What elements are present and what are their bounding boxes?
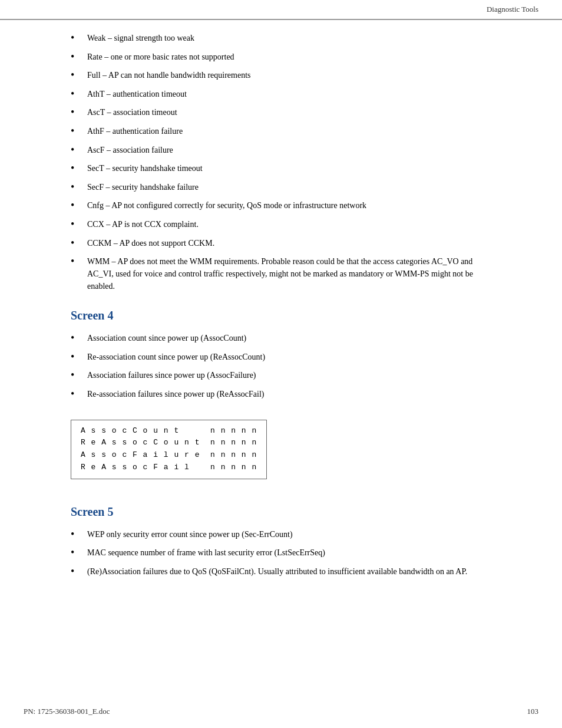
bullet-text: Re-association count since power up (ReA… bbox=[87, 351, 491, 363]
list-item: •Re-association failures since power up … bbox=[71, 388, 491, 401]
bullet-dot: • bbox=[71, 125, 82, 138]
list-item: •AthF – authentication failure bbox=[71, 125, 491, 138]
list-item: •Rate – one or more basic rates not supp… bbox=[71, 51, 491, 64]
screen4-bullet-list: •Association count since power up (Assoc… bbox=[71, 332, 491, 400]
bullet-text: Association count since power up (AssocC… bbox=[87, 332, 491, 344]
list-item: •AscT – association timeout bbox=[71, 106, 491, 119]
header-bar: Diagnostic Tools bbox=[0, 0, 562, 20]
bullet-text: Re-association failures since power up (… bbox=[87, 388, 491, 400]
bullet-dot: • bbox=[71, 199, 82, 212]
list-item: •AthT – authentication timeout bbox=[71, 88, 491, 101]
bullet-text: Association failures since power up (Ass… bbox=[87, 369, 491, 381]
bullet-dot: • bbox=[71, 218, 82, 231]
bullet-text: SecT – security handshake timeout bbox=[87, 162, 491, 174]
footer-left: PN: 1725-36038-001_E.doc bbox=[24, 707, 110, 716]
bullet-dot: • bbox=[71, 528, 82, 541]
list-item: •WMM – AP does not meet the WMM requirem… bbox=[71, 255, 491, 292]
bullet-dot: • bbox=[71, 144, 82, 157]
bullet-dot: • bbox=[71, 69, 82, 82]
screen5-section: Screen 5 •WEP only security error count … bbox=[71, 505, 491, 578]
bullet-dot: • bbox=[71, 546, 82, 559]
bullet-dot: • bbox=[71, 32, 82, 45]
code-line: A s s o c C o u n t n n n n n bbox=[81, 425, 257, 437]
list-item: •SecF – security handshake failure bbox=[71, 181, 491, 194]
list-item: •MAC sequence number of frame with last … bbox=[71, 546, 491, 559]
bullet-dot: • bbox=[71, 332, 82, 345]
bullet-text: WEP only security error count since powe… bbox=[87, 528, 491, 541]
code-line: A s s o c F a i l u r e n n n n n bbox=[81, 449, 257, 462]
screen5-heading: Screen 5 bbox=[71, 505, 491, 519]
list-item: •Weak – signal strength too weak bbox=[71, 32, 491, 45]
list-item: •CCKM – AP does not support CCKM. bbox=[71, 237, 491, 250]
bullet-dot: • bbox=[71, 106, 82, 119]
bullet-text: Weak – signal strength too weak bbox=[87, 32, 491, 44]
bullet-text: AthT – authentication timeout bbox=[87, 88, 491, 100]
main-content: •Weak – signal strength too weak•Rate – … bbox=[0, 20, 562, 613]
screen4-code-box: A s s o c C o u n t n n n n nR e A s s o… bbox=[71, 420, 267, 479]
code-line: R e A s s o c F a i l n n n n n bbox=[81, 462, 257, 474]
list-item: •Association failures since power up (As… bbox=[71, 369, 491, 382]
bullet-dot: • bbox=[71, 388, 82, 401]
bullet-dot: • bbox=[71, 369, 82, 382]
bullet-dot: • bbox=[71, 88, 82, 101]
bullet-text: SecF – security handshake failure bbox=[87, 181, 491, 193]
bullet-text: AscT – association timeout bbox=[87, 106, 491, 118]
code-line: R e A s s o c C o u n t n n n n n bbox=[81, 437, 257, 449]
bullet-dot: • bbox=[71, 255, 82, 268]
bullet-text: WMM – AP does not meet the WMM requireme… bbox=[87, 255, 491, 292]
top-bullet-list: •Weak – signal strength too weak•Rate – … bbox=[71, 32, 491, 292]
bullet-text: AscF – association failure bbox=[87, 144, 491, 156]
screen4-heading: Screen 4 bbox=[71, 309, 491, 322]
bullet-dot: • bbox=[71, 162, 82, 175]
bullet-text: CCX – AP is not CCX complaint. bbox=[87, 218, 491, 230]
list-item: •AscF – association failure bbox=[71, 144, 491, 157]
page-container: Diagnostic Tools •Weak – signal strength… bbox=[0, 0, 562, 728]
bullet-text: AthF – authentication failure bbox=[87, 125, 491, 137]
bullet-dot: • bbox=[71, 181, 82, 194]
bullet-text: CCKM – AP does not support CCKM. bbox=[87, 237, 491, 249]
footer: PN: 1725-36038-001_E.doc 103 bbox=[0, 707, 562, 716]
header-title: Diagnostic Tools bbox=[487, 5, 538, 14]
bullet-text: Rate – one or more basic rates not suppo… bbox=[87, 51, 491, 63]
list-item: •Association count since power up (Assoc… bbox=[71, 332, 491, 345]
list-item: •WEP only security error count since pow… bbox=[71, 528, 491, 541]
list-item: •Cnfg – AP not configured correctly for … bbox=[71, 199, 491, 212]
bullet-text: MAC sequence number of frame with last s… bbox=[87, 546, 491, 559]
bullet-text: Cnfg – AP not configured correctly for s… bbox=[87, 199, 491, 212]
list-item: •Full – AP can not handle bandwidth requ… bbox=[71, 69, 491, 82]
screen4-section: Screen 4 •Association count since power … bbox=[71, 309, 491, 489]
bullet-dot: • bbox=[71, 565, 82, 578]
list-item: •Re-association count since power up (Re… bbox=[71, 351, 491, 364]
bullet-dot: • bbox=[71, 351, 82, 364]
list-item: •CCX – AP is not CCX complaint. bbox=[71, 218, 491, 231]
bullet-text: (Re)Association failures due to QoS (QoS… bbox=[87, 565, 491, 578]
bullet-dot: • bbox=[71, 51, 82, 64]
footer-right: 103 bbox=[527, 707, 539, 716]
bullet-dot: • bbox=[71, 237, 82, 250]
screen5-bullet-list: •WEP only security error count since pow… bbox=[71, 528, 491, 578]
list-item: •(Re)Association failures due to QoS (Qo… bbox=[71, 565, 491, 578]
list-item: •SecT – security handshake timeout bbox=[71, 162, 491, 175]
bullet-text: Full – AP can not handle bandwidth requi… bbox=[87, 69, 491, 81]
